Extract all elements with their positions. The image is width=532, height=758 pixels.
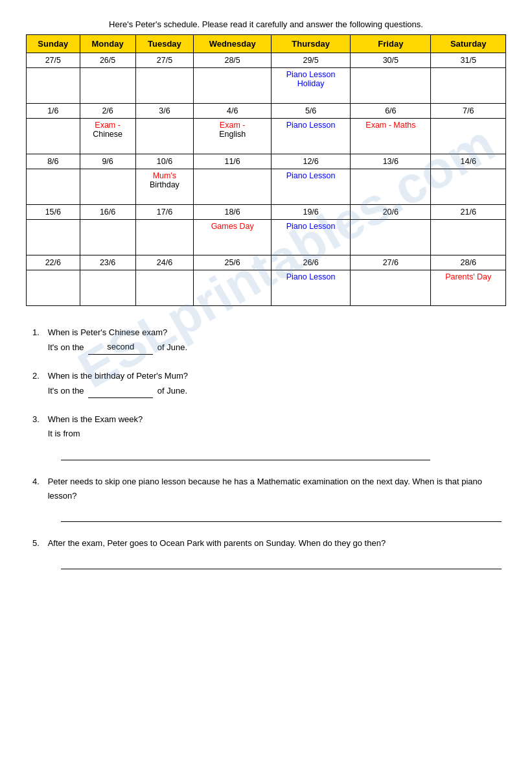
date-cell: 29/5 <box>271 53 350 68</box>
date-cell: 26/6 <box>271 255 350 270</box>
event-cell <box>80 169 135 205</box>
date-cell: 12/6 <box>271 154 350 169</box>
event-cell <box>351 169 431 205</box>
question-item-3: 3. When is the Exam week? It is from <box>32 412 506 460</box>
event-cell: Exam -Chinese <box>80 119 135 154</box>
column-header-saturday: Saturday <box>431 35 506 53</box>
date-cell: 14/6 <box>431 154 506 169</box>
event-cell <box>80 68 135 104</box>
date-cell: 23/6 <box>80 255 135 270</box>
date-cell: 16/6 <box>80 205 135 220</box>
date-cell: 1/6 <box>27 104 80 119</box>
schedule-table: SundayMondayTuesdayWednesdayThursdayFrid… <box>26 34 506 306</box>
event-cell: Piano Lesson <box>271 220 350 255</box>
event-cell: Piano Lesson <box>271 169 350 205</box>
event-cell <box>135 220 194 255</box>
event-cell: Piano Lesson <box>271 270 350 306</box>
event-cell: Exam -English <box>194 119 272 154</box>
column-header-thursday: Thursday <box>271 35 350 53</box>
answer-filled: second <box>88 340 153 355</box>
answer-blank <box>61 507 502 522</box>
date-cell: 31/5 <box>431 53 506 68</box>
date-cell: 27/5 <box>27 53 80 68</box>
date-cell: 2/6 <box>80 104 135 119</box>
date-cell: 15/6 <box>27 205 80 220</box>
event-cell <box>80 220 135 255</box>
date-cell: 27/6 <box>351 255 431 270</box>
event-cell: Piano Lesson <box>271 119 350 154</box>
event-cell <box>135 68 194 104</box>
questions-section: 1. When is Peter's Chinese exam? It's on… <box>26 326 506 569</box>
date-cell: 26/5 <box>80 53 135 68</box>
answer-blank <box>61 445 430 460</box>
column-header-tuesday: Tuesday <box>135 35 194 53</box>
question-item-2: 2. When is the birthday of Peter's Mum? … <box>32 369 506 398</box>
question-item-5: 5. After the exam, Peter goes to Ocean P… <box>32 536 506 569</box>
date-cell: 28/6 <box>431 255 506 270</box>
event-cell <box>351 220 431 255</box>
date-cell: 28/5 <box>194 53 272 68</box>
date-cell: 18/6 <box>194 205 272 220</box>
event-cell <box>27 169 80 205</box>
question-text: Peter needs to skip one piano lesson bec… <box>48 475 489 522</box>
question-text: When is the Exam week? It is from <box>48 412 489 460</box>
question-number: 1. <box>32 326 45 340</box>
event-cell: Mum'sBirthday <box>135 169 194 205</box>
date-cell: 22/6 <box>27 255 80 270</box>
question-number: 5. <box>32 536 45 551</box>
date-cell: 21/6 <box>431 205 506 220</box>
event-cell <box>27 119 80 154</box>
date-cell: 7/6 <box>431 104 506 119</box>
column-header-sunday: Sunday <box>27 35 80 53</box>
event-cell <box>351 68 431 104</box>
date-cell: 11/6 <box>194 154 272 169</box>
question-text: When is Peter's Chinese exam? It's on th… <box>48 326 489 355</box>
date-cell: 17/6 <box>135 205 194 220</box>
question-item-4: 4. Peter needs to skip one piano lesson … <box>32 475 506 522</box>
date-cell: 3/6 <box>135 104 194 119</box>
question-number: 3. <box>32 412 45 427</box>
date-cell: 4/6 <box>194 104 272 119</box>
date-cell: 27/5 <box>135 53 194 68</box>
intro-text: Here's Peter's schedule. Please read it … <box>26 19 506 29</box>
event-cell <box>135 119 194 154</box>
date-cell: 19/6 <box>271 205 350 220</box>
date-cell: 8/6 <box>27 154 80 169</box>
event-cell <box>194 68 272 104</box>
event-cell <box>431 169 506 205</box>
event-cell: Games Day <box>194 220 272 255</box>
event-cell <box>135 270 194 306</box>
event-cell <box>27 68 80 104</box>
column-header-monday: Monday <box>80 35 135 53</box>
event-cell <box>27 220 80 255</box>
column-header-friday: Friday <box>351 35 431 53</box>
date-cell: 10/6 <box>135 154 194 169</box>
answer-blank <box>88 383 153 398</box>
question-number: 2. <box>32 369 45 383</box>
event-cell <box>431 220 506 255</box>
event-cell <box>80 270 135 306</box>
date-cell: 30/5 <box>351 53 431 68</box>
question-text: After the exam, Peter goes to Ocean Park… <box>48 536 489 569</box>
event-cell <box>431 119 506 154</box>
event-cell <box>351 270 431 306</box>
event-cell: Piano LessonHoliday <box>271 68 350 104</box>
event-cell <box>431 68 506 104</box>
date-cell: 13/6 <box>351 154 431 169</box>
date-cell: 6/6 <box>351 104 431 119</box>
date-cell: 5/6 <box>271 104 350 119</box>
question-number: 4. <box>32 475 45 489</box>
date-cell: 24/6 <box>135 255 194 270</box>
date-cell: 25/6 <box>194 255 272 270</box>
column-header-wednesday: Wednesday <box>194 35 272 53</box>
date-cell: 9/6 <box>80 154 135 169</box>
event-cell: Parents' Day <box>431 270 506 306</box>
event-cell <box>194 270 272 306</box>
event-cell <box>194 169 272 205</box>
event-cell <box>27 270 80 306</box>
date-cell: 20/6 <box>351 205 431 220</box>
event-cell: Exam - Maths <box>351 119 431 154</box>
question-item-1: 1. When is Peter's Chinese exam? It's on… <box>32 326 506 355</box>
question-text: When is the birthday of Peter's Mum? It'… <box>48 369 489 398</box>
answer-blank <box>61 554 502 569</box>
